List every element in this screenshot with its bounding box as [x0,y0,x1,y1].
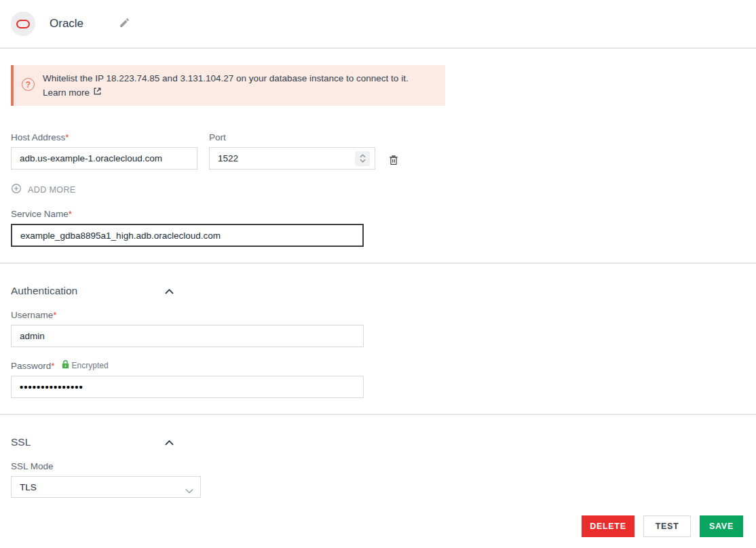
encrypted-badge: Encrypted [62,360,109,371]
stepper-down-icon [360,159,366,163]
banner-text-block: Whitelist the IP 18.223.74.85 and 3.131.… [43,71,409,100]
required-marker: * [65,132,69,142]
trash-icon [388,154,400,168]
required-marker: * [69,209,72,219]
ssl-mode-label: SSL Mode [11,461,756,471]
ssl-mode-field-group: SSL Mode [11,461,756,498]
add-more-button[interactable]: ADD MORE [11,183,76,196]
section-divider [0,262,756,264]
external-link-icon [93,85,102,100]
required-marker: * [53,310,56,320]
oracle-logo-icon [16,20,30,28]
banner-text: Whitelist the IP 18.223.74.85 and 3.131.… [43,73,409,83]
whitelist-banner: ? Whitelist the IP 18.223.74.85 and 3.13… [11,65,445,106]
service-name-input[interactable] [11,224,364,247]
host-field-group: Host Address* [11,132,197,170]
page-title: Oracle [50,17,83,31]
connection-form: Host Address* Port [0,132,756,247]
username-label: Username* [11,310,756,320]
save-button[interactable]: SAVE [700,515,743,537]
password-label: Password* [11,361,55,371]
delete-host-button[interactable] [388,154,400,168]
username-input[interactable] [11,325,364,347]
password-input[interactable] [11,376,364,398]
service-name-label: Service Name* [11,209,756,219]
help-circle-icon: ? [22,78,35,91]
delete-button[interactable]: DELETE [582,515,635,537]
ssl-mode-select-wrap [11,476,201,498]
test-button[interactable]: TEST [643,515,691,537]
authentication-title: Authentication [11,285,77,297]
password-field-group: Password* Encrypted [11,360,756,398]
port-input-wrap [209,147,375,170]
port-label: Port [209,132,375,142]
port-field-group: Port [209,132,375,170]
learn-more-label: Learn more [43,85,90,100]
footer-actions: DELETE TEST SAVE [0,515,756,537]
host-address-input[interactable] [11,147,197,170]
required-marker: * [51,361,54,371]
plus-circle-icon [11,183,22,196]
host-port-row: Host Address* Port [11,132,756,170]
password-label-row: Password* Encrypted [11,360,756,371]
pencil-icon [119,17,130,31]
learn-more-link[interactable]: Learn more [43,85,102,100]
section-divider [0,414,756,415]
username-field-group: Username* [11,310,756,347]
oracle-connection-page: Oracle ? Whitelist the IP 18.223.74.85 a… [0,0,756,548]
stepper-up-icon [360,154,366,158]
host-address-label: Host Address* [11,132,197,142]
service-name-field-group: Service Name* [11,209,756,247]
encrypted-label: Encrypted [72,361,109,370]
page-header: Oracle [0,0,756,49]
port-stepper[interactable] [355,151,370,166]
authentication-section-header[interactable]: Authentication [11,285,174,297]
avatar [11,12,35,36]
lock-icon [62,360,69,371]
chevron-up-icon [165,437,174,448]
ssl-title: SSL [11,436,31,448]
ssl-section-header[interactable]: SSL [11,436,174,448]
port-input[interactable] [209,147,375,170]
chevron-up-icon [165,286,174,296]
ssl-mode-select[interactable] [11,476,201,498]
add-more-label: ADD MORE [28,185,76,195]
edit-title-button[interactable] [119,17,130,31]
